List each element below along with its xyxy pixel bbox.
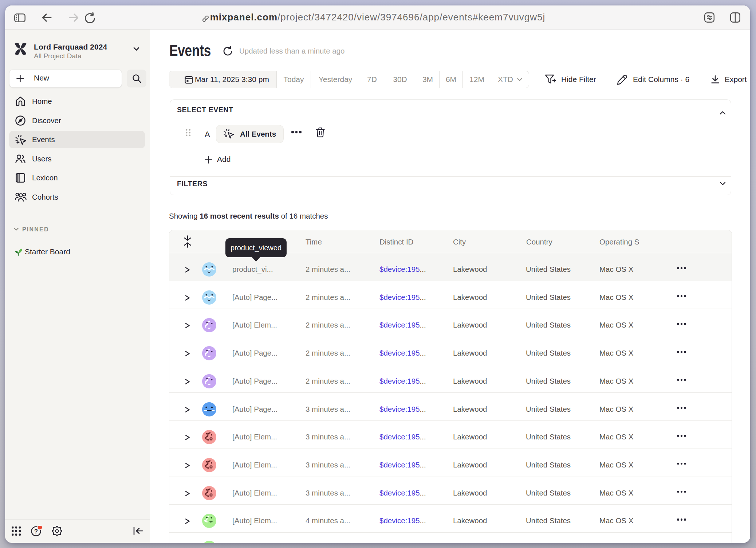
svg-text:?: ? xyxy=(34,528,38,535)
